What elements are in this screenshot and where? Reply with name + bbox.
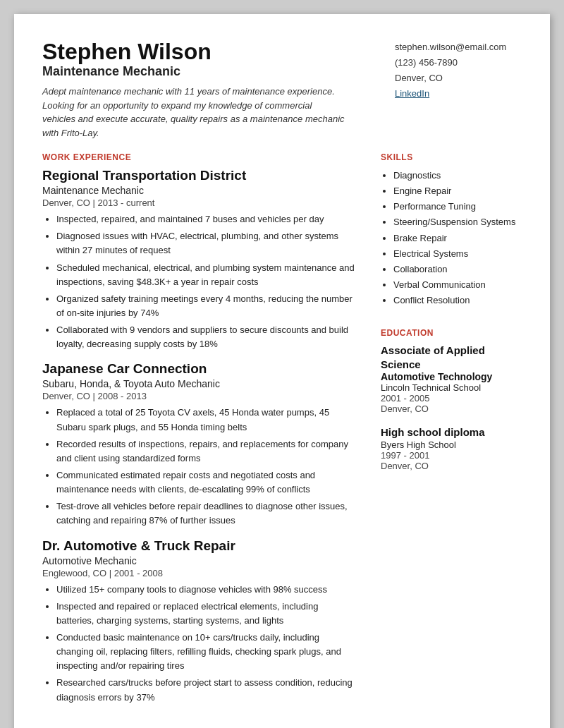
edu-1-degree: Associate of Applied Science <box>381 344 522 371</box>
list-item: Verbal Communication <box>393 277 522 293</box>
job-1-meta: Denver, CO | 2013 - current <box>42 198 358 208</box>
list-item: Collaborated with 9 vendors and supplier… <box>56 323 358 351</box>
job-2-bullets: Replaced a total of 25 Toyota CV axels, … <box>42 406 358 528</box>
list-item: Researched cars/trucks before project st… <box>56 676 358 704</box>
list-item: Conducted basic maintenance on 10+ cars/… <box>56 631 358 673</box>
applicant-title: Maintenance Mechanic <box>42 64 345 79</box>
job-block-1: Regional Transportation District Mainten… <box>42 168 358 351</box>
resume-document: Stephen Wilson Maintenance Mechanic Adep… <box>14 14 550 728</box>
list-item: Communicated estimated repair costs and … <box>56 468 358 497</box>
work-experience-heading: WORK EXPERIENCE <box>42 152 358 162</box>
edu-1-field: Automotive Technology <box>381 371 522 382</box>
list-item: Performance Tuning <box>393 199 522 214</box>
list-item: Inspected, repaired, and maintained 7 bu… <box>56 212 358 226</box>
list-item: Replaced a total of 25 Toyota CV axels, … <box>56 406 358 434</box>
list-item: Utilized 15+ company tools to diagnose v… <box>56 583 358 597</box>
list-item: Scheduled mechanical, electrical, and pl… <box>56 261 358 289</box>
edu-2-location: Denver, CO <box>381 461 522 471</box>
job-block-3: Dr. Automotive & Truck Repair Automotive… <box>42 538 358 705</box>
edu-2-school: Byers High School <box>381 439 522 450</box>
edu-2-years: 1997 - 2001 <box>381 450 522 461</box>
job-1-bullets: Inspected, repaired, and maintained 7 bu… <box>42 212 358 351</box>
list-item: Organized safety training meetings every… <box>56 292 358 320</box>
list-item: Steering/Suspension Systems <box>393 214 522 230</box>
right-column: SKILLS Diagnostics Engine Repair Perform… <box>381 152 522 715</box>
job-3-company: Dr. Automotive & Truck Repair <box>42 538 358 554</box>
list-item: Test-drove all vehicles before repair de… <box>56 499 358 528</box>
job-2-company: Japanese Car Connection <box>42 361 358 377</box>
list-item: Brake Repair <box>393 231 522 246</box>
education-heading: EDUCATION <box>381 328 522 338</box>
list-item: Conflict Resolution <box>393 293 522 308</box>
list-item: Collaboration <box>393 262 522 277</box>
list-item: Electrical Systems <box>393 246 522 262</box>
list-item: Recorded results of inspections, repairs… <box>56 437 358 466</box>
list-item: Diagnosed issues with HVAC, electrical, … <box>56 229 358 257</box>
job-3-meta: Englewood, CO | 2001 - 2008 <box>42 568 358 578</box>
job-2-role: Subaru, Honda, & Toyota Auto Mechanic <box>42 378 358 389</box>
linkedin-link[interactable]: LinkedIn <box>395 88 429 99</box>
edu-1-years: 2001 - 2005 <box>381 393 522 404</box>
job-1-role: Maintenance Mechanic <box>42 185 358 196</box>
contact-email: stephen.wilson@email.com <box>395 40 522 55</box>
skills-list: Diagnostics Engine Repair Performance Tu… <box>381 168 522 308</box>
left-column: WORK EXPERIENCE Regional Transportation … <box>42 152 358 715</box>
main-content: WORK EXPERIENCE Regional Transportation … <box>42 152 522 715</box>
edu-1-location: Denver, CO <box>381 404 522 414</box>
edu-1-school: Lincoln Technical School <box>381 382 522 393</box>
edu-block-1: Associate of Applied Science Automotive … <box>381 344 522 414</box>
job-1-company: Regional Transportation District <box>42 168 358 183</box>
edu-block-2: High school diploma Byers High School 19… <box>381 425 522 471</box>
list-item: Diagnostics <box>393 168 522 183</box>
job-block-2: Japanese Car Connection Subaru, Honda, &… <box>42 361 358 528</box>
job-2-meta: Denver, CO | 2008 - 2013 <box>42 391 358 401</box>
edu-2-degree: High school diploma <box>381 425 522 439</box>
job-3-bullets: Utilized 15+ company tools to diagnose v… <box>42 583 358 705</box>
header-section: Stephen Wilson Maintenance Mechanic Adep… <box>42 40 522 140</box>
skills-heading: SKILLS <box>381 152 522 162</box>
applicant-summary: Adept maintenance mechanic with 11 years… <box>42 85 345 140</box>
header-left: Stephen Wilson Maintenance Mechanic Adep… <box>42 40 345 140</box>
contact-phone: (123) 456-7890 <box>395 55 522 71</box>
contact-location: Denver, CO <box>395 71 522 86</box>
contact-info: stephen.wilson@email.com (123) 456-7890 … <box>395 40 522 102</box>
list-item: Inspected and repaired or replaced elect… <box>56 600 358 628</box>
list-item: Engine Repair <box>393 183 522 199</box>
job-3-role: Automotive Mechanic <box>42 555 358 566</box>
applicant-name: Stephen Wilson <box>42 40 345 64</box>
